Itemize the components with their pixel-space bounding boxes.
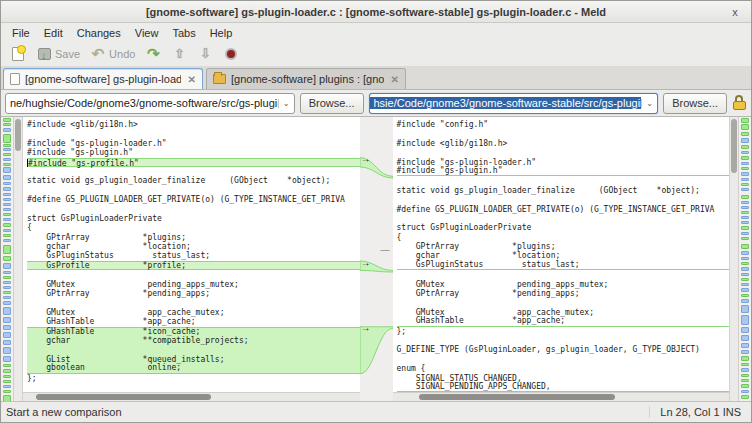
chunk-mark[interactable] xyxy=(3,213,11,216)
chunk-mark[interactable] xyxy=(741,278,749,281)
left-browse-button[interactable]: Browse... xyxy=(300,93,364,114)
scrollbar-thumb[interactable] xyxy=(419,394,614,400)
chunk-mark[interactable] xyxy=(741,221,749,224)
chunk-mark[interactable] xyxy=(741,226,749,230)
chunk-mark[interactable] xyxy=(741,132,749,136)
left-vertical-scrollbar[interactable] xyxy=(14,117,23,401)
code-line[interactable]: GPtrArray *pending_apps; xyxy=(27,289,360,298)
right-file-combo[interactable]: hsie/Code/gnome3/gnome-software-stable/s… xyxy=(369,93,659,114)
chunk-mark[interactable] xyxy=(3,229,11,232)
chunk-mark[interactable] xyxy=(3,380,11,383)
chunk-mark[interactable] xyxy=(741,172,749,176)
next-change-button[interactable]: ⇩ xyxy=(194,45,216,63)
code-line[interactable] xyxy=(397,176,730,185)
chunk-mark[interactable] xyxy=(3,375,11,378)
code-line[interactable]: GsPluginStatus status_last; xyxy=(397,261,730,270)
chunk-mark[interactable] xyxy=(741,315,749,325)
chunk-mark[interactable] xyxy=(741,395,749,399)
chunk-mark[interactable] xyxy=(741,178,749,181)
code-line[interactable]: }; xyxy=(27,374,360,383)
new-comparison-button[interactable] xyxy=(7,45,29,63)
chunk-mark[interactable] xyxy=(741,183,749,186)
menu-tabs[interactable]: Tabs xyxy=(165,25,202,41)
menu-file[interactable]: File xyxy=(5,25,37,41)
apply-change-right-icon[interactable]: → xyxy=(361,154,371,164)
previous-change-button[interactable]: ⇧ xyxy=(168,45,190,63)
code-line[interactable]: #include "gs-profile.h" xyxy=(27,158,360,167)
code-line[interactable]: GsProfile *profile; xyxy=(27,261,360,270)
code-line[interactable] xyxy=(27,129,360,138)
chunk-mark[interactable] xyxy=(741,267,749,271)
chunk-mark[interactable] xyxy=(741,232,749,235)
chunk-mark[interactable] xyxy=(741,237,749,240)
chunk-mark[interactable] xyxy=(3,347,11,354)
code-line[interactable]: static void gs_plugin_loader_finalize (G… xyxy=(27,176,360,185)
chunk-mark[interactable] xyxy=(741,188,749,191)
code-line[interactable]: #include <glib/gi18n.h> xyxy=(27,120,360,129)
chunk-mark[interactable] xyxy=(3,395,11,401)
chunk-mark[interactable] xyxy=(3,307,11,315)
chunk-mark[interactable] xyxy=(3,153,11,156)
chunk-mark[interactable] xyxy=(3,325,11,330)
code-line[interactable]: #include "gs-plugin-loader.h" xyxy=(27,139,360,148)
chunk-mark[interactable] xyxy=(3,118,11,122)
tab-close-icon[interactable]: ✕ xyxy=(389,74,399,85)
code-line[interactable]: GHashTable *app_cache; xyxy=(27,317,360,326)
chunk-mark[interactable] xyxy=(3,296,11,299)
chunk-mark[interactable] xyxy=(3,134,11,143)
code-line[interactable] xyxy=(27,298,360,307)
chunk-mark[interactable] xyxy=(741,251,749,255)
chunk-mark[interactable] xyxy=(3,182,11,185)
chunk-mark[interactable] xyxy=(741,138,749,143)
chunk-mark[interactable] xyxy=(3,187,11,191)
chunk-mark[interactable] xyxy=(3,340,11,345)
chunk-mark[interactable] xyxy=(741,151,749,154)
code-line[interactable]: enum { xyxy=(397,364,730,373)
code-line[interactable]: GMutex pending_apps_mutex; xyxy=(397,280,730,289)
save-button[interactable]: Save xyxy=(33,45,83,63)
redo-button[interactable]: ↷ xyxy=(142,45,164,63)
chunk-mark[interactable] xyxy=(3,356,11,362)
chunk-mark[interactable] xyxy=(741,244,749,249)
tab-close-icon[interactable]: ✕ xyxy=(186,74,196,85)
chunk-mark[interactable] xyxy=(741,379,749,382)
code-line[interactable] xyxy=(27,345,360,354)
chunk-mark[interactable] xyxy=(741,390,749,393)
chunk-mark[interactable] xyxy=(3,223,11,227)
chunk-mark[interactable] xyxy=(741,294,749,297)
code-line[interactable]: static void gs_plugin_loader_finalize (G… xyxy=(397,186,730,195)
chunk-mark[interactable] xyxy=(3,281,11,284)
menu-edit[interactable]: Edit xyxy=(37,25,70,41)
code-line[interactable]: GHashTable *app_cache; xyxy=(397,317,730,326)
right-vertical-scrollbar[interactable] xyxy=(729,117,738,401)
chunk-mark[interactable] xyxy=(741,216,749,219)
chunk-mark[interactable] xyxy=(3,332,11,338)
code-line[interactable] xyxy=(397,270,730,279)
chunk-mark[interactable] xyxy=(741,156,749,160)
code-line[interactable]: GMutex pending_apps_mutex; xyxy=(27,280,360,289)
code-line[interactable]: struct GsPluginLoaderPrivate xyxy=(397,223,730,232)
chunk-mark[interactable] xyxy=(741,305,749,313)
chunk-mark[interactable] xyxy=(3,158,11,161)
menu-help[interactable]: Help xyxy=(203,25,240,41)
chunk-mark[interactable] xyxy=(741,350,749,354)
chunk-mark[interactable] xyxy=(3,203,11,206)
code-line[interactable]: #include <glib/gi18n.h> xyxy=(397,139,730,148)
chunk-mark[interactable] xyxy=(3,385,11,388)
chunk-mark[interactable] xyxy=(3,128,11,132)
code-line[interactable]: { xyxy=(27,223,360,232)
code-line[interactable]: #define GS_PLUGIN_LOADER_GET_PRIVATE(o) … xyxy=(27,195,360,204)
chunk-mark[interactable] xyxy=(741,262,749,265)
chevron-down-icon[interactable]: ⌄ xyxy=(641,99,657,108)
code-line[interactable]: struct GsPluginLoaderPrivate xyxy=(27,214,360,223)
chunk-mark[interactable] xyxy=(3,263,11,269)
tab-file-comparison[interactable]: [gnome-software] gs-plugin-loader.c : [g… xyxy=(3,68,203,89)
code-line[interactable] xyxy=(27,270,360,279)
chunk-mark[interactable] xyxy=(741,335,749,341)
chunk-mark[interactable] xyxy=(3,175,11,180)
code-line[interactable]: }; xyxy=(397,327,730,336)
code-line[interactable]: SIGNAL_PENDING_APPS_CHANGED, xyxy=(397,383,730,392)
left-horizontal-scrollbar[interactable] xyxy=(23,392,360,401)
chunk-mark[interactable] xyxy=(741,201,749,204)
code-line[interactable]: #include "gs-plugin.h" xyxy=(397,167,730,176)
